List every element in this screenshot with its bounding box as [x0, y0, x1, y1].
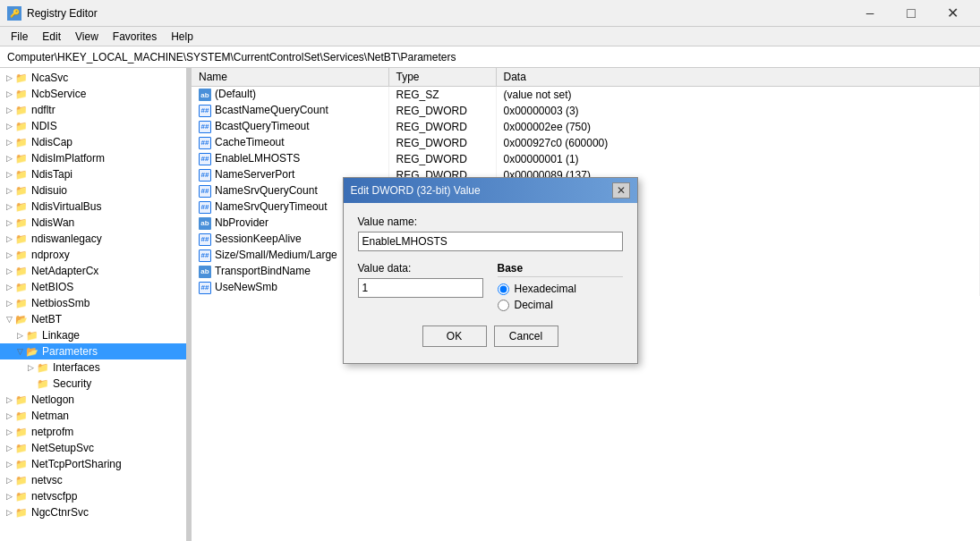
- value-data-section: Value data:: [358, 262, 483, 311]
- value-name-input[interactable]: [358, 232, 623, 251]
- dialog-title: Edit DWORD (32-bit) Value: [351, 184, 481, 197]
- value-name-label: Value name:: [358, 216, 623, 228]
- decimal-option[interactable]: Decimal: [498, 299, 623, 311]
- dialog-title-bar: Edit DWORD (32-bit) Value ✕: [344, 178, 637, 203]
- base-section: Base Hexadecimal Decimal: [498, 262, 623, 311]
- value-data-label: Value data:: [358, 262, 483, 275]
- base-radio-group: Hexadecimal Decimal: [498, 283, 623, 311]
- cancel-button[interactable]: Cancel: [494, 325, 558, 347]
- dialog-close-button[interactable]: ✕: [612, 182, 630, 199]
- decimal-radio[interactable]: [498, 300, 509, 311]
- edit-dword-dialog: Edit DWORD (32-bit) Value ✕ Value name: …: [343, 177, 638, 364]
- hexadecimal-label: Hexadecimal: [515, 283, 576, 295]
- hexadecimal-option[interactable]: Hexadecimal: [498, 283, 623, 295]
- dialog-overlay: Edit DWORD (32-bit) Value ✕ Value name: …: [0, 0, 980, 541]
- value-data-input[interactable]: [358, 278, 483, 298]
- dialog-content: Value name: Value data: Base Hexadecimal: [344, 203, 637, 363]
- hexadecimal-radio[interactable]: [498, 283, 509, 295]
- base-label: Base: [498, 262, 623, 277]
- decimal-label: Decimal: [515, 299, 553, 311]
- ok-button[interactable]: OK: [422, 325, 487, 347]
- dialog-buttons: OK Cancel: [358, 325, 623, 351]
- dialog-row: Value data: Base Hexadecimal Decimal: [358, 262, 623, 311]
